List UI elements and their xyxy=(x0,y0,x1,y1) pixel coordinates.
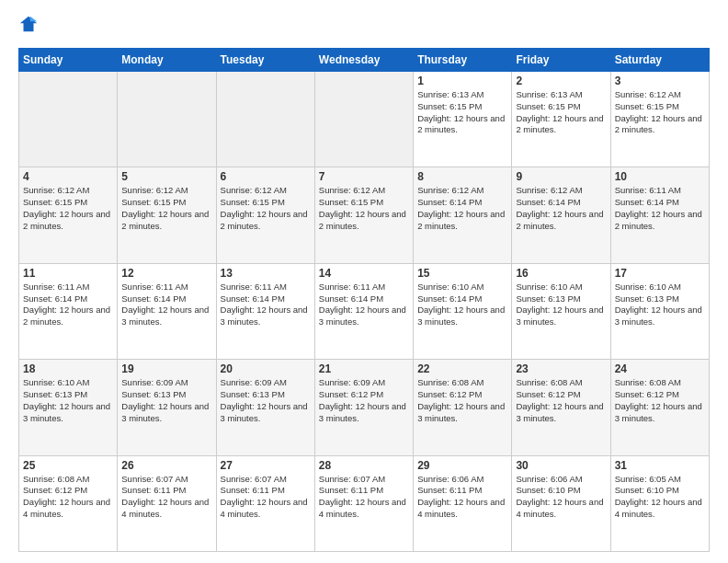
day-number: 11 xyxy=(23,267,113,280)
calendar-cell: 24Sunrise: 6:08 AM Sunset: 6:12 PM Dayli… xyxy=(610,360,709,455)
day-info: Sunrise: 6:13 AM Sunset: 6:15 PM Dayligh… xyxy=(417,89,507,136)
day-number: 21 xyxy=(319,362,409,375)
calendar-cell: 20Sunrise: 6:09 AM Sunset: 6:13 PM Dayli… xyxy=(216,360,314,455)
day-info: Sunrise: 6:11 AM Sunset: 6:14 PM Dayligh… xyxy=(121,282,211,328)
day-number: 8 xyxy=(417,170,507,183)
day-number: 29 xyxy=(417,459,507,472)
calendar-cell: 14Sunrise: 6:11 AM Sunset: 6:14 PM Dayli… xyxy=(314,263,413,359)
calendar-header-monday: Monday xyxy=(118,49,216,72)
day-number: 18 xyxy=(23,362,113,375)
day-number: 6 xyxy=(221,170,311,183)
calendar-cell: 1Sunrise: 6:13 AM Sunset: 6:15 PM Daylig… xyxy=(414,72,512,167)
day-info: Sunrise: 6:11 AM Sunset: 6:14 PM Dayligh… xyxy=(319,282,409,328)
day-number: 20 xyxy=(221,362,311,375)
calendar-cell xyxy=(19,72,118,167)
calendar-header-saturday: Saturday xyxy=(610,49,709,72)
svg-marker-0 xyxy=(20,17,37,32)
calendar-cell xyxy=(216,72,314,167)
calendar-header-tuesday: Tuesday xyxy=(216,49,314,72)
header xyxy=(18,15,710,39)
calendar-header-friday: Friday xyxy=(512,49,610,72)
day-number: 23 xyxy=(516,362,606,375)
logo xyxy=(18,15,42,39)
day-number: 27 xyxy=(221,459,311,472)
day-info: Sunrise: 6:10 AM Sunset: 6:13 PM Dayligh… xyxy=(615,282,705,328)
day-info: Sunrise: 6:09 AM Sunset: 6:12 PM Dayligh… xyxy=(319,377,409,424)
day-info: Sunrise: 6:12 AM Sunset: 6:15 PM Dayligh… xyxy=(23,185,113,232)
day-info: Sunrise: 6:12 AM Sunset: 6:15 PM Dayligh… xyxy=(121,185,211,232)
calendar-cell: 28Sunrise: 6:07 AM Sunset: 6:11 PM Dayli… xyxy=(314,455,413,551)
calendar-week-row: 11Sunrise: 6:11 AM Sunset: 6:14 PM Dayli… xyxy=(19,263,710,359)
svg-marker-1 xyxy=(30,17,37,22)
day-info: Sunrise: 6:12 AM Sunset: 6:15 PM Dayligh… xyxy=(615,89,705,136)
calendar-cell: 15Sunrise: 6:10 AM Sunset: 6:14 PM Dayli… xyxy=(414,263,512,359)
calendar-cell: 30Sunrise: 6:06 AM Sunset: 6:10 PM Dayli… xyxy=(512,455,610,551)
calendar-week-row: 25Sunrise: 6:08 AM Sunset: 6:12 PM Dayli… xyxy=(19,455,710,551)
calendar-cell xyxy=(118,72,216,167)
day-number: 22 xyxy=(417,362,507,375)
day-info: Sunrise: 6:08 AM Sunset: 6:12 PM Dayligh… xyxy=(516,377,606,424)
calendar-table: SundayMondayTuesdayWednesdayThursdayFrid… xyxy=(18,48,710,552)
day-number: 24 xyxy=(615,362,705,375)
day-info: Sunrise: 6:11 AM Sunset: 6:14 PM Dayligh… xyxy=(221,282,311,328)
day-number: 5 xyxy=(121,170,211,183)
day-number: 31 xyxy=(615,459,705,472)
calendar-cell: 29Sunrise: 6:06 AM Sunset: 6:11 PM Dayli… xyxy=(414,455,512,551)
calendar-cell: 18Sunrise: 6:10 AM Sunset: 6:13 PM Dayli… xyxy=(19,360,118,455)
calendar-cell: 10Sunrise: 6:11 AM Sunset: 6:14 PM Dayli… xyxy=(610,167,709,263)
day-info: Sunrise: 6:11 AM Sunset: 6:14 PM Dayligh… xyxy=(23,282,113,328)
day-number: 15 xyxy=(417,267,507,280)
day-number: 30 xyxy=(516,459,606,472)
day-number: 10 xyxy=(615,170,705,183)
calendar-cell: 8Sunrise: 6:12 AM Sunset: 6:14 PM Daylig… xyxy=(414,167,512,263)
day-info: Sunrise: 6:08 AM Sunset: 6:12 PM Dayligh… xyxy=(23,474,113,521)
calendar-week-row: 18Sunrise: 6:10 AM Sunset: 6:13 PM Dayli… xyxy=(19,360,710,455)
calendar-cell: 21Sunrise: 6:09 AM Sunset: 6:12 PM Dayli… xyxy=(314,360,413,455)
day-info: Sunrise: 6:12 AM Sunset: 6:14 PM Dayligh… xyxy=(417,185,507,232)
day-info: Sunrise: 6:05 AM Sunset: 6:10 PM Dayligh… xyxy=(615,474,705,521)
day-number: 19 xyxy=(121,362,211,375)
calendar-header-row: SundayMondayTuesdayWednesdayThursdayFrid… xyxy=(19,49,710,72)
calendar-cell: 22Sunrise: 6:08 AM Sunset: 6:12 PM Dayli… xyxy=(414,360,512,455)
day-info: Sunrise: 6:07 AM Sunset: 6:11 PM Dayligh… xyxy=(319,474,409,521)
day-number: 9 xyxy=(516,170,606,183)
calendar-cell: 3Sunrise: 6:12 AM Sunset: 6:15 PM Daylig… xyxy=(610,72,709,167)
calendar-header-sunday: Sunday xyxy=(19,49,118,72)
day-number: 1 xyxy=(417,75,507,87)
day-number: 26 xyxy=(121,459,211,472)
day-number: 3 xyxy=(615,75,705,87)
calendar-cell: 17Sunrise: 6:10 AM Sunset: 6:13 PM Dayli… xyxy=(610,263,709,359)
calendar-cell: 25Sunrise: 6:08 AM Sunset: 6:12 PM Dayli… xyxy=(19,455,118,551)
day-info: Sunrise: 6:13 AM Sunset: 6:15 PM Dayligh… xyxy=(516,89,606,136)
logo-icon xyxy=(18,15,39,35)
day-info: Sunrise: 6:12 AM Sunset: 6:14 PM Dayligh… xyxy=(516,185,606,232)
calendar-cell: 9Sunrise: 6:12 AM Sunset: 6:14 PM Daylig… xyxy=(512,167,610,263)
day-number: 28 xyxy=(319,459,409,472)
calendar-cell: 19Sunrise: 6:09 AM Sunset: 6:13 PM Dayli… xyxy=(118,360,216,455)
calendar-cell: 23Sunrise: 6:08 AM Sunset: 6:12 PM Dayli… xyxy=(512,360,610,455)
calendar-cell: 12Sunrise: 6:11 AM Sunset: 6:14 PM Dayli… xyxy=(118,263,216,359)
day-info: Sunrise: 6:07 AM Sunset: 6:11 PM Dayligh… xyxy=(121,474,211,521)
day-number: 2 xyxy=(516,75,606,87)
day-number: 4 xyxy=(23,170,113,183)
page: SundayMondayTuesdayWednesdayThursdayFrid… xyxy=(0,0,728,563)
day-number: 14 xyxy=(319,267,409,280)
day-number: 7 xyxy=(319,170,409,183)
calendar-cell: 2Sunrise: 6:13 AM Sunset: 6:15 PM Daylig… xyxy=(512,72,610,167)
calendar-cell: 7Sunrise: 6:12 AM Sunset: 6:15 PM Daylig… xyxy=(314,167,413,263)
calendar-header-thursday: Thursday xyxy=(414,49,512,72)
calendar-cell: 31Sunrise: 6:05 AM Sunset: 6:10 PM Dayli… xyxy=(610,455,709,551)
day-info: Sunrise: 6:10 AM Sunset: 6:14 PM Dayligh… xyxy=(417,282,507,328)
calendar-header-wednesday: Wednesday xyxy=(314,49,413,72)
calendar-cell: 5Sunrise: 6:12 AM Sunset: 6:15 PM Daylig… xyxy=(118,167,216,263)
day-info: Sunrise: 6:07 AM Sunset: 6:11 PM Dayligh… xyxy=(221,474,311,521)
day-info: Sunrise: 6:10 AM Sunset: 6:13 PM Dayligh… xyxy=(23,377,113,424)
calendar-cell: 4Sunrise: 6:12 AM Sunset: 6:15 PM Daylig… xyxy=(19,167,118,263)
calendar-cell: 26Sunrise: 6:07 AM Sunset: 6:11 PM Dayli… xyxy=(118,455,216,551)
calendar-cell: 11Sunrise: 6:11 AM Sunset: 6:14 PM Dayli… xyxy=(19,263,118,359)
day-info: Sunrise: 6:08 AM Sunset: 6:12 PM Dayligh… xyxy=(417,377,507,424)
day-info: Sunrise: 6:10 AM Sunset: 6:13 PM Dayligh… xyxy=(516,282,606,328)
day-number: 13 xyxy=(221,267,311,280)
day-info: Sunrise: 6:11 AM Sunset: 6:14 PM Dayligh… xyxy=(615,185,705,232)
day-number: 16 xyxy=(516,267,606,280)
